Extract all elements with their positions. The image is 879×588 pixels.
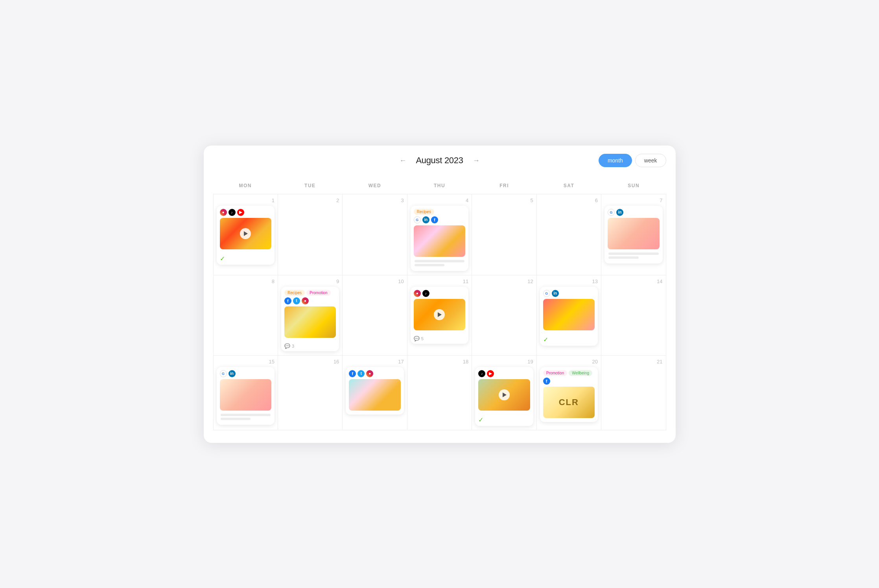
cell-aug-13: 13 G in ✓	[537, 275, 601, 356]
post-card-20[interactable]: Promotion Wellbeing f CLR	[540, 367, 598, 422]
view-toggle: month week	[599, 154, 666, 167]
post-card-13[interactable]: G in ✓	[540, 287, 598, 346]
prev-month-button[interactable]: ←	[396, 155, 409, 166]
google-icon-15: G	[220, 370, 227, 377]
post-text-7	[608, 251, 659, 261]
post-tags-20: Promotion Wellbeing	[543, 370, 595, 376]
post-image-13	[543, 299, 595, 330]
tag-recipes-4: Recipes	[414, 209, 434, 215]
cell-aug-12: 12	[472, 275, 536, 356]
post-image-1	[220, 218, 271, 249]
tag-promotion-20: Promotion	[543, 370, 568, 376]
instagram-icon: ●	[220, 209, 227, 216]
date-21: 21	[604, 359, 662, 365]
tiktok-icon-11: ♪	[422, 290, 429, 297]
post-card-4[interactable]: Recipes G in f	[411, 206, 468, 271]
post-icons-19: ♪ ▶	[478, 370, 530, 377]
instagram-icon-11: ●	[414, 290, 421, 297]
post-image-4	[414, 225, 465, 257]
text-line-7b	[608, 256, 638, 259]
date-17: 17	[346, 359, 404, 365]
post-image-19	[478, 379, 530, 411]
post-icons-17: f t ●	[349, 370, 400, 377]
calendar-header: ← August 2023 → month week	[213, 155, 666, 166]
next-month-button[interactable]: →	[470, 155, 483, 166]
cell-aug-18: 18	[407, 356, 472, 430]
post-footer-13: ✓	[540, 334, 598, 346]
day-header-wed: WED	[343, 179, 407, 194]
instagram-icon-9: ●	[302, 297, 309, 304]
cell-aug-1: 1 ● ♪ ▶ ✓	[214, 194, 278, 275]
tag-wellbeing-20: Wellbeing	[569, 370, 592, 376]
google-icon: G	[414, 216, 421, 223]
google-icon-13: G	[543, 290, 550, 297]
date-14: 14	[604, 278, 662, 284]
date-10: 10	[346, 278, 404, 284]
post-footer-9: 💬 3	[281, 342, 339, 351]
cell-aug-15: 15 G in	[214, 356, 278, 430]
post-card-1[interactable]: ● ♪ ▶ ✓	[217, 206, 275, 265]
cell-aug-10: 10	[343, 275, 407, 356]
date-20: 20	[540, 359, 598, 365]
twitter-icon-17: t	[357, 370, 365, 377]
cell-aug-2: 2	[278, 194, 343, 275]
comment-icon-11: 💬	[414, 336, 420, 341]
post-tags-4: Recipes	[414, 209, 465, 215]
post-card-9[interactable]: Recipes Promotion f t ● 💬 3	[281, 287, 339, 351]
check-icon-19: ✓	[478, 416, 483, 424]
post-card-7[interactable]: G in	[604, 206, 662, 264]
text-line-4a	[415, 260, 464, 262]
linkedin-icon: in	[422, 216, 429, 223]
cell-aug-4: 4 Recipes G in f	[407, 194, 472, 275]
play-overlay-19	[499, 389, 510, 400]
comment-count-11: 5	[421, 336, 424, 341]
cell-aug-16: 16	[278, 356, 343, 430]
month-title: August 2023	[416, 155, 463, 166]
day-headers: MON TUE WED THU FRI SAT SUN	[213, 179, 666, 194]
post-icons-9: f t ●	[284, 297, 336, 304]
date-6: 6	[540, 197, 598, 203]
cell-aug-19: 19 ♪ ▶ ✓	[472, 356, 536, 430]
post-icons-7: G in	[608, 209, 659, 216]
post-card-15[interactable]: G in	[217, 367, 275, 425]
post-card-11[interactable]: ● ♪ 💬 5	[411, 287, 468, 344]
date-12: 12	[475, 278, 533, 284]
tiktok-icon: ♪	[229, 209, 236, 216]
instagram-icon-17: ●	[366, 370, 373, 377]
day-header-sat: SAT	[536, 179, 601, 194]
calendar-grid: 1 ● ♪ ▶ ✓ 2	[213, 194, 666, 430]
text-line-7a	[608, 253, 658, 255]
post-footer-11: 💬 5	[411, 334, 468, 344]
post-tags-9: Recipes Promotion	[284, 290, 336, 296]
post-card-19[interactable]: ♪ ▶ ✓	[475, 367, 533, 426]
cell-aug-20: 20 Promotion Wellbeing f CLR	[537, 356, 601, 430]
tag-promotion-9: Promotion	[306, 290, 331, 296]
linkedin-icon-15: in	[229, 370, 236, 377]
text-line-15b	[221, 418, 251, 420]
post-image-20: CLR	[543, 387, 595, 418]
date-8: 8	[217, 278, 275, 284]
post-footer-1: ✓	[217, 253, 275, 265]
cell-aug-17: 17 f t ●	[343, 356, 407, 430]
date-1: 1	[217, 197, 275, 203]
post-image-11	[414, 299, 465, 330]
post-card-17[interactable]: f t ●	[346, 367, 404, 415]
cell-aug-5: 5	[472, 194, 536, 275]
day-header-sun: SUN	[601, 179, 666, 194]
cell-aug-21: 21	[601, 356, 666, 430]
tiktok-icon-19: ♪	[478, 370, 485, 377]
date-5: 5	[475, 197, 533, 203]
youtube-icon: ▶	[237, 209, 244, 216]
post-image-9	[284, 306, 336, 338]
google-icon-7: G	[608, 209, 615, 216]
facebook-icon: f	[431, 216, 438, 223]
day-header-thu: THU	[407, 179, 472, 194]
facebook-icon-20: f	[543, 378, 550, 385]
day-header-mon: MON	[213, 179, 278, 194]
linkedin-icon-7: in	[616, 209, 623, 216]
week-view-button[interactable]: week	[635, 154, 666, 167]
date-15: 15	[217, 359, 275, 365]
cell-aug-9: 9 Recipes Promotion f t ● 💬 3	[278, 275, 343, 356]
facebook-icon-9: f	[284, 297, 291, 304]
month-view-button[interactable]: month	[599, 154, 632, 167]
